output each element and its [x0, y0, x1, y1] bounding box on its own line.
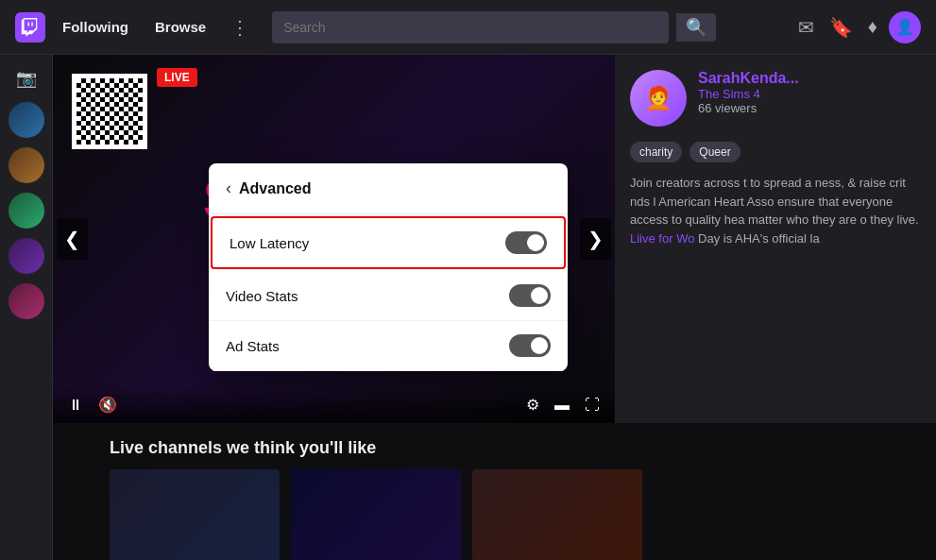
user-avatar-button[interactable]: 👤: [889, 11, 921, 43]
inbox-button[interactable]: ✉: [794, 12, 818, 42]
ad-stats-toggle[interactable]: [509, 334, 551, 357]
settings-dropdown: ‹ Advanced Low Latency Video Stats: [209, 163, 568, 371]
twitch-icon: [21, 18, 40, 37]
video-controls: ⏸ 🔇 ⚙ ▬ ⛶: [53, 386, 615, 423]
streamer-tags: charity Queer: [615, 142, 936, 174]
content-area: STREAMSTART 01:13 LIVE ❮ ❯ ⏸ 🔇 ⚙ ▬: [53, 55, 936, 560]
video-stats-label: Video Stats: [226, 288, 298, 304]
browse-link[interactable]: Browse: [145, 13, 215, 41]
bottom-section: Live channels we think you'll like: [53, 423, 936, 560]
streamer-description-text: Join creators across t to spread a ness,…: [630, 176, 919, 227]
streamer-highlight-1: Liive for Wo: [630, 231, 694, 246]
low-latency-label: Low Latency: [230, 235, 309, 251]
section-title: Live channels we think you'll like: [110, 438, 879, 458]
streamer-info: 🧑‍🦰 SarahKenda... The Sims 4 66 viewers: [615, 55, 936, 142]
sidebar-item-1[interactable]: [9, 147, 44, 183]
right-controls: ⚙ ▬ ⛶: [522, 394, 604, 416]
channel-card-2[interactable]: [472, 469, 642, 560]
ad-stats-label: Ad Stats: [226, 338, 280, 354]
play-pause-button[interactable]: ⏸: [64, 395, 87, 416]
dropdown-back-button[interactable]: ‹: [226, 178, 231, 198]
following-link[interactable]: Following: [53, 13, 138, 41]
sidebar-item-4[interactable]: [9, 283, 44, 319]
next-stream-button[interactable]: ❯: [580, 218, 611, 260]
search-button[interactable]: 🔍: [676, 13, 716, 42]
right-panel: 🧑‍🦰 SarahKenda... The Sims 4 66 viewers …: [615, 55, 936, 423]
low-latency-item: Low Latency: [211, 216, 566, 269]
topnav: Following Browse ⋮ 🔍 ✉ 🔖 ♦ 👤: [0, 0, 936, 55]
qr-inner: [77, 78, 143, 144]
dropdown-header: ‹ Advanced: [209, 163, 568, 214]
video-stats-toggle[interactable]: [509, 284, 551, 307]
channel-card-1[interactable]: [291, 469, 461, 560]
volume-button[interactable]: 🔇: [94, 394, 121, 416]
tag-queer[interactable]: Queer: [689, 142, 740, 162]
qr-code: [72, 74, 147, 149]
streamer-viewers: 66 viewers: [698, 101, 921, 115]
video-player: STREAMSTART 01:13 LIVE ❮ ❯ ⏸ 🔇 ⚙ ▬: [53, 55, 615, 423]
video-section: STREAMSTART 01:13 LIVE ❮ ❯ ⏸ 🔇 ⚙ ▬: [53, 55, 936, 423]
theater-mode-button[interactable]: ▬: [551, 394, 573, 416]
streamer-name: SarahKenda...: [698, 70, 921, 87]
streamer-game: The Sims 4: [698, 87, 921, 101]
notifications-button[interactable]: 🔖: [825, 12, 857, 42]
search-bar: [272, 11, 669, 43]
more-options[interactable]: ⋮: [223, 12, 257, 42]
streamer-description-cont: Day is AHA's official la: [694, 231, 819, 246]
sidebar-item-3[interactable]: [9, 238, 44, 274]
streamer-details: SarahKenda... The Sims 4 66 viewers: [698, 70, 921, 127]
channel-cards: [110, 469, 879, 560]
search-input[interactable]: [283, 20, 657, 35]
video-stats-item: Video Stats: [209, 271, 568, 321]
ad-stats-item: Ad Stats: [209, 321, 568, 371]
sidebar: 📷: [0, 55, 53, 560]
streamer-description: Join creators across t to spread a ness,…: [615, 174, 936, 247]
nav-icons: ✉ 🔖 ♦ 👤: [794, 11, 921, 43]
main-layout: 📷 STREAMSTART 01:13: [0, 55, 936, 560]
tag-charity[interactable]: charity: [630, 142, 682, 162]
channel-card-0[interactable]: [110, 469, 280, 560]
sidebar-item-2[interactable]: [9, 193, 44, 229]
live-badge: LIVE: [157, 68, 197, 87]
dropdown-title: Advanced: [239, 180, 311, 197]
twitch-logo[interactable]: [15, 12, 45, 42]
prev-stream-button[interactable]: ❮: [57, 218, 88, 260]
settings-button[interactable]: ⚙: [522, 394, 543, 416]
crown-button[interactable]: ♦: [864, 12, 881, 42]
fullscreen-button[interactable]: ⛶: [581, 394, 604, 416]
low-latency-toggle[interactable]: [505, 231, 547, 254]
streamer-avatar-image: 🧑‍🦰: [630, 70, 687, 127]
sidebar-cam-icon: 📷: [12, 64, 41, 93]
sidebar-item-0[interactable]: [9, 102, 44, 138]
streamer-avatar: 🧑‍🦰: [630, 70, 687, 127]
